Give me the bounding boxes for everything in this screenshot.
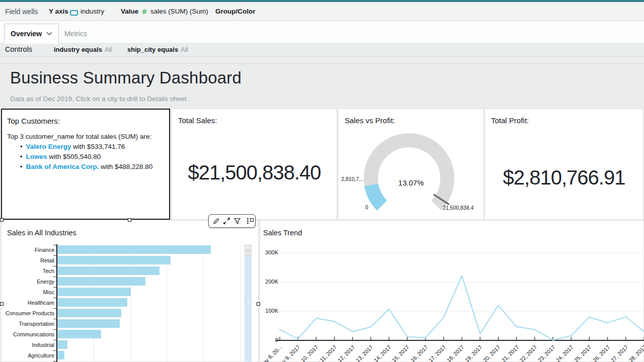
- sheet-tab-bar: OverviewMetrics +: [0, 21, 644, 43]
- gauge-min-label: 0: [362, 204, 371, 210]
- line-chart: [260, 220, 644, 362]
- gauge-max-label: 21,500,838.4: [443, 205, 473, 211]
- category-label: Agriculture: [0, 352, 54, 358]
- selection-handle[interactable]: [257, 302, 260, 306]
- group-color-well-label[interactable]: Group/Color: [215, 8, 256, 15]
- value-field-pill[interactable]: sales (SUM) (Sum): [150, 8, 208, 15]
- category-label: Healthcare: [0, 300, 54, 306]
- gauge-panel-sales-vs-profit[interactable]: Sales vs Profit:: [338, 109, 484, 220]
- bar-finance[interactable]: [57, 245, 211, 254]
- maximize-icon: [223, 217, 230, 225]
- tab-row-border: [0, 63, 644, 64]
- selection-handle[interactable]: [0, 218, 4, 222]
- gauge-chart: [339, 109, 484, 219]
- y-axis-well-label: Y axis: [49, 8, 68, 15]
- field-wells-label[interactable]: Field wells: [5, 8, 38, 16]
- category-label: Finance: [0, 247, 54, 253]
- bar-consumer-products[interactable]: [57, 309, 121, 317]
- list-item: Lowes with $505,540.80: [20, 152, 152, 162]
- scrollbar-grip-dot: [248, 299, 249, 301]
- category-label: Energy: [0, 279, 54, 285]
- customer-link[interactable]: Valero Energy: [26, 143, 71, 150]
- list-item: Valero Energy with $533,741.76: [20, 142, 152, 152]
- filter-field-label: industry equals: [54, 46, 102, 53]
- total-sales-value: $21,500,838.40: [172, 161, 337, 184]
- category-label: Communications: [0, 331, 54, 337]
- bar-category-axis-line: [56, 244, 57, 362]
- customer-sales-text: with $505,540.80: [47, 153, 101, 160]
- tab-label: Overview: [11, 30, 42, 38]
- insight-panel-top-customers[interactable]: Top Customers: Top 3 customer_name for t…: [1, 109, 170, 220]
- customer-link[interactable]: Lowes: [26, 153, 47, 160]
- tab-metrics[interactable]: Metrics: [60, 24, 91, 44]
- customer-sales-text: with $533,741.76: [71, 143, 125, 150]
- chevron-down-icon[interactable]: [46, 32, 52, 36]
- bar-industrial[interactable]: [57, 340, 67, 349]
- total-profit-value: $2,810,766.91: [485, 166, 643, 189]
- y-tick-label: 100K: [250, 308, 278, 314]
- category-label: Retail: [0, 257, 54, 263]
- gauge-fill-arc: [371, 185, 382, 206]
- bar-transportation[interactable]: [57, 319, 120, 328]
- value-gridline: [240, 244, 240, 362]
- pencil-icon: [212, 217, 220, 225]
- insight-intro: Top 3 customer_name for total sales (SUM…: [7, 133, 151, 140]
- filter-control-ship_city[interactable]: ship_city equalsAll: [127, 46, 188, 53]
- bar-healthcare[interactable]: [57, 298, 127, 307]
- customer-sales-text: with $488,228.80: [99, 163, 153, 170]
- selection-handle[interactable]: [128, 218, 131, 222]
- filter-value[interactable]: All: [181, 46, 188, 53]
- filter-field-label: ship_city equals: [127, 46, 178, 53]
- sales-trend-line: [280, 276, 644, 340]
- panel-title: Total Sales:: [178, 116, 217, 125]
- page-title: Business Summary Dashboard: [10, 68, 242, 87]
- maximize-visual-button[interactable]: [222, 217, 231, 226]
- kpi-panel-total-sales[interactable]: Total Sales: $21,500,838.40: [172, 109, 337, 220]
- customer-list: Valero Energy with $533,741.76Lowes with…: [20, 142, 152, 172]
- bar-energy[interactable]: [57, 277, 145, 286]
- edit-visual-button[interactable]: [212, 217, 221, 226]
- measure-hash-icon: #: [142, 7, 146, 16]
- bar-retail[interactable]: [57, 256, 171, 264]
- tab-overview[interactable]: Overview: [4, 24, 59, 44]
- list-item: Bank of America Corp. with $488,228.80: [20, 162, 152, 172]
- bar-chart-title: Sales in All Industries: [7, 229, 76, 237]
- selection-handle[interactable]: [250, 218, 254, 222]
- category-label: Tech: [0, 268, 54, 274]
- value-well-label: Value: [121, 8, 138, 15]
- y-tick-label: 300K: [250, 249, 278, 255]
- bar-communications[interactable]: [57, 330, 101, 338]
- filter-value[interactable]: All: [105, 46, 112, 53]
- bar-agriculture[interactable]: [57, 351, 64, 359]
- value-gridline: [203, 244, 204, 362]
- y-tick-label: 0: [250, 337, 278, 343]
- dimension-pill-icon: [70, 10, 78, 16]
- category-label: Industrial: [0, 342, 54, 348]
- scrollbar-grip-dot: [248, 302, 249, 304]
- gauge-center-label: 13.07%: [383, 178, 439, 187]
- field-wells-bar: Field wells Y axis industry Value # sale…: [0, 2, 644, 21]
- filter-visual-button[interactable]: [233, 217, 242, 226]
- quicksight-editor: Field wells Y axis industry Value # sale…: [0, 0, 644, 362]
- bar-tech[interactable]: [57, 266, 159, 275]
- bar-misc[interactable]: [57, 288, 131, 296]
- panel-title: Total Profit:: [491, 116, 529, 125]
- tab-label: Metrics: [64, 30, 87, 38]
- y-tick-label: 200K: [250, 279, 278, 285]
- category-label: Misc: [0, 289, 54, 295]
- gauge-value-label: 2,810,7...: [313, 176, 363, 182]
- kpi-panel-total-profit[interactable]: Total Profit: $2,810,766.91: [485, 109, 643, 220]
- page-subtitle: Data as of Dec 2019. Click on a city to …: [10, 95, 188, 103]
- controls-bar: Controls industry equalsAllship_city equ…: [0, 43, 644, 57]
- filter-control-industry[interactable]: industry equalsAll: [54, 46, 112, 53]
- customer-link[interactable]: Bank of America Corp.: [26, 163, 99, 170]
- visual-toolbar: [208, 214, 256, 228]
- category-label: Transportation: [0, 321, 54, 327]
- selection-handle[interactable]: [0, 302, 4, 306]
- y-axis-field-pill[interactable]: industry: [80, 8, 104, 15]
- panel-title: Top Customers:: [7, 117, 60, 125]
- category-label: Consumer Products: [0, 310, 54, 316]
- filter-funnel-icon: [233, 217, 241, 225]
- controls-label: Controls: [5, 45, 32, 53]
